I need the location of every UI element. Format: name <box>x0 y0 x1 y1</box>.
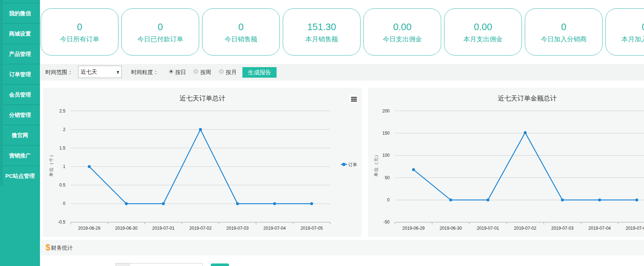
svg-text:2019-07-02: 2019-07-02 <box>514 226 536 231</box>
svg-text:近七天订单总计: 近七天订单总计 <box>180 95 225 102</box>
svg-text:150: 150 <box>382 131 390 136</box>
svg-text:2019-07-05: 2019-07-05 <box>301 226 323 231</box>
svg-text:2019-06-30: 2019-06-30 <box>440 226 462 231</box>
svg-text:200: 200 <box>382 109 390 114</box>
svg-text:2019-06-30: 2019-06-30 <box>115 226 138 231</box>
svg-text:2019-07-05: 2019-07-05 <box>626 226 644 231</box>
svg-text:-0.5: -0.5 <box>58 220 65 225</box>
svg-text:2.5: 2.5 <box>59 109 65 114</box>
svg-text:2019-07-01: 2019-07-01 <box>477 226 499 231</box>
svg-text:单位（个）: 单位（个） <box>49 152 54 177</box>
svg-text:2019-07-03: 2019-07-03 <box>226 226 249 231</box>
svg-text:订单: 订单 <box>349 162 357 167</box>
svg-text:100: 100 <box>382 153 390 158</box>
svg-text:2019-07-04: 2019-07-04 <box>263 226 286 231</box>
svg-text:2019-07-04: 2019-07-04 <box>588 226 611 231</box>
svg-text:-50: -50 <box>383 220 390 225</box>
svg-text:2: 2 <box>63 127 65 132</box>
svg-text:50: 50 <box>385 175 390 180</box>
svg-text:0: 0 <box>387 197 390 202</box>
svg-text:2019-07-03: 2019-07-03 <box>551 226 574 231</box>
svg-text:1.5: 1.5 <box>59 146 65 151</box>
svg-text:0: 0 <box>63 201 65 206</box>
svg-text:1: 1 <box>63 164 65 169</box>
svg-text:0.5: 0.5 <box>59 183 65 188</box>
svg-text:2019-07-01: 2019-07-01 <box>152 226 175 231</box>
svg-text:2019-06-29: 2019-06-29 <box>402 226 425 231</box>
svg-text:单位（元）: 单位（元） <box>374 152 379 177</box>
svg-text:2019-06-29: 2019-06-29 <box>78 226 101 231</box>
svg-text:近七天订单金额总计: 近七天订单金额总计 <box>498 95 557 102</box>
svg-text:2019-07-02: 2019-07-02 <box>189 226 212 231</box>
